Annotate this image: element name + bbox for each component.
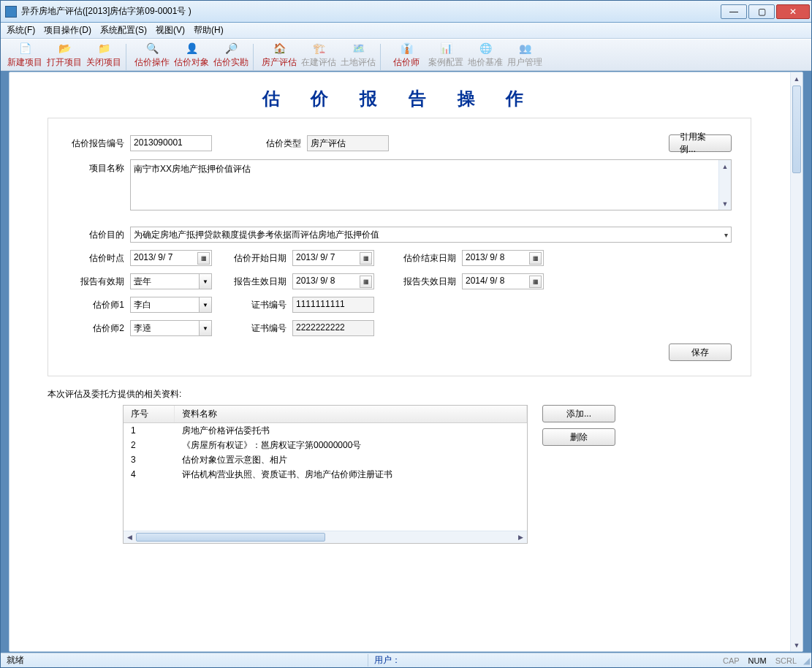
date-start[interactable]: 2013/ 9/ 7▦ bbox=[292, 250, 374, 266]
input-type: 房产评估 bbox=[307, 135, 389, 151]
label-end: 估价结束日期 bbox=[374, 252, 462, 265]
label-point: 估价时点 bbox=[67, 252, 130, 265]
reference-case-button[interactable]: 引用案例... bbox=[669, 134, 732, 152]
tb-case-config[interactable]: 📊案例配置 bbox=[426, 39, 466, 70]
toolbar-separator bbox=[380, 44, 384, 70]
status-bar: 就绪 用户： CAP NUM SCRL ◢ bbox=[1, 653, 811, 667]
label-appraiser2: 估价师2 bbox=[67, 322, 130, 335]
tb-user-mgmt[interactable]: 👥用户管理 bbox=[505, 39, 545, 70]
app-icon bbox=[5, 6, 17, 18]
label-cert2: 证书编号 bbox=[212, 322, 292, 335]
calendar-icon[interactable]: ▦ bbox=[529, 276, 542, 288]
maximize-button[interactable]: ▢ bbox=[748, 4, 775, 19]
menu-system[interactable]: 系统(F) bbox=[7, 24, 35, 37]
cell-no: 4 bbox=[124, 469, 175, 479]
scroll-thumb[interactable] bbox=[792, 86, 801, 173]
table-row[interactable]: 1房地产价格评估委托书 bbox=[124, 423, 527, 438]
menu-project[interactable]: 项目操作(D) bbox=[44, 24, 91, 37]
minimize-icon: — bbox=[729, 7, 738, 17]
users-icon: 👥 bbox=[517, 42, 532, 55]
combo-appraiser1[interactable]: 李白▼ bbox=[130, 297, 212, 313]
materials-table[interactable]: 序号 资料名称 1房地产价格评估委托书2《房屋所有权证》：邕房权证字第00000… bbox=[123, 405, 528, 544]
table-header: 序号 资料名称 bbox=[124, 406, 527, 423]
calendar-icon[interactable]: ▦ bbox=[360, 276, 372, 288]
label-type: 估价类型 bbox=[212, 137, 307, 150]
table-row[interactable]: 2《房屋所有权证》：邕房权证字第00000000号 bbox=[124, 438, 527, 452]
scroll-left-icon[interactable]: ◀ bbox=[124, 534, 136, 541]
person-icon: 👤 bbox=[184, 42, 199, 55]
input-cert1: 1111111111 bbox=[292, 297, 374, 313]
materials-actions: 添加... 删除 bbox=[542, 405, 615, 544]
calendar-icon[interactable]: ▦ bbox=[360, 252, 372, 265]
date-expire[interactable]: 2014/ 9/ 8▦ bbox=[462, 273, 544, 289]
tb-building-appraisal[interactable]: 🏗️在建评估 bbox=[299, 39, 338, 70]
content: 估 价 报 告 操 作 估价报告编号 2013090001 估价类型 房产评估 … bbox=[10, 72, 789, 651]
scroll-thumb[interactable] bbox=[136, 533, 325, 542]
input-cert2: 2222222222 bbox=[292, 320, 374, 336]
label-effect: 报告生效日期 bbox=[212, 276, 292, 288]
menu-config[interactable]: 系统配置(S) bbox=[100, 24, 147, 37]
tb-new-project[interactable]: 📄新建项目 bbox=[5, 39, 45, 70]
scroll-down-icon[interactable]: ▼ bbox=[791, 639, 802, 651]
scroll-up-icon[interactable]: ▲ bbox=[791, 72, 802, 85]
status-ready: 就绪 bbox=[1, 654, 30, 667]
survey-icon: 🔎 bbox=[224, 42, 238, 55]
textarea-project-name[interactable]: 南宁市XX房地产抵押价值评估 ▲ ▼ bbox=[130, 159, 732, 210]
input-report-no[interactable]: 2013090001 bbox=[130, 135, 212, 151]
tb-land-appraisal[interactable]: 🗺️土地评估 bbox=[338, 39, 378, 70]
chevron-down-icon: ▼ bbox=[199, 274, 211, 289]
tb-house-appraisal[interactable]: 🏠房产评估 bbox=[259, 39, 299, 70]
tb-land-base[interactable]: 🌐地价基准 bbox=[466, 39, 505, 70]
calendar-icon[interactable]: ▦ bbox=[197, 252, 210, 265]
tb-appraisal-object[interactable]: 👤估价对象 bbox=[172, 39, 211, 70]
cell-name: 估价对象位置示意图、相片 bbox=[175, 454, 527, 466]
label-appraiser1: 估价师1 bbox=[67, 299, 130, 311]
materials-label: 本次评估及委托方提供的相关资料: bbox=[48, 388, 789, 401]
table-row[interactable]: 3估价对象位置示意图、相片 bbox=[124, 452, 527, 467]
tb-open-project[interactable]: 📂打开项目 bbox=[45, 39, 84, 70]
resize-grip-icon[interactable]: ◢ bbox=[801, 656, 811, 666]
scroll-right-icon[interactable]: ▶ bbox=[515, 534, 527, 541]
col-header-no[interactable]: 序号 bbox=[124, 406, 175, 422]
menu-view[interactable]: 视图(V) bbox=[156, 24, 185, 37]
combo-purpose[interactable]: 为确定房地产抵押贷款额度提供参考依据而评估房地产抵押价值 bbox=[130, 227, 732, 243]
label-expire: 报告失效日期 bbox=[374, 276, 462, 288]
col-header-name[interactable]: 资料名称 bbox=[175, 406, 527, 422]
scroll-up-icon[interactable]: ▲ bbox=[719, 160, 731, 172]
menu-bar: 系统(F) 项目操作(D) 系统配置(S) 视图(V) 帮助(H) bbox=[1, 23, 811, 39]
close-button[interactable]: ✕ bbox=[776, 4, 810, 19]
tb-site-survey[interactable]: 🔎估价实勘 bbox=[211, 39, 251, 70]
title-bar: 异乔房地产评估([2013]房估字第09-0001号 ) — ▢ ✕ bbox=[1, 1, 811, 23]
cell-no: 1 bbox=[124, 425, 175, 436]
label-valid: 报告有效期 bbox=[67, 276, 130, 288]
close-folder-icon: 📁 bbox=[96, 42, 111, 55]
new-file-icon: 📄 bbox=[18, 42, 32, 55]
calendar-icon[interactable]: ▦ bbox=[529, 252, 542, 265]
add-material-button[interactable]: 添加... bbox=[542, 405, 615, 422]
date-point[interactable]: 2013/ 9/ 7▦ bbox=[130, 250, 212, 266]
date-end[interactable]: 2013/ 9/ 8▦ bbox=[462, 250, 544, 266]
table-row[interactable]: 4评估机构营业执照、资质证书、房地产估价师注册证书 bbox=[124, 467, 527, 482]
textarea-scrollbar[interactable]: ▲ ▼ bbox=[718, 160, 731, 210]
scroll-track[interactable] bbox=[136, 531, 515, 543]
save-button[interactable]: 保存 bbox=[669, 344, 732, 361]
indicator-num: NUM bbox=[744, 656, 771, 665]
horizontal-scrollbar[interactable]: ◀ ▶ bbox=[124, 531, 527, 543]
delete-material-button[interactable]: 删除 bbox=[542, 428, 615, 446]
window-title: 异乔房地产评估([2013]房估字第09-0001号 ) bbox=[21, 5, 719, 18]
date-effect[interactable]: 2013/ 9/ 8▦ bbox=[292, 273, 374, 289]
scroll-down-icon[interactable]: ▼ bbox=[719, 197, 731, 210]
menu-help[interactable]: 帮助(H) bbox=[194, 24, 224, 37]
combo-valid[interactable]: 壹年▼ bbox=[130, 273, 212, 289]
combo-appraiser2[interactable]: 李逵▼ bbox=[130, 320, 212, 336]
cell-no: 3 bbox=[124, 455, 175, 465]
vertical-scrollbar[interactable]: ▲ ▼ bbox=[790, 72, 802, 651]
tb-appraisal-op[interactable]: 🔍估价操作 bbox=[132, 39, 172, 70]
building-icon: 🏗️ bbox=[311, 42, 326, 55]
close-icon: ✕ bbox=[789, 7, 797, 17]
minimize-button[interactable]: — bbox=[721, 4, 747, 19]
tb-appraiser[interactable]: 👔估价师 bbox=[387, 39, 426, 70]
land-icon: 🗺️ bbox=[351, 42, 365, 55]
landbase-icon: 🌐 bbox=[478, 42, 493, 55]
tb-close-project[interactable]: 📁关闭项目 bbox=[84, 39, 124, 70]
